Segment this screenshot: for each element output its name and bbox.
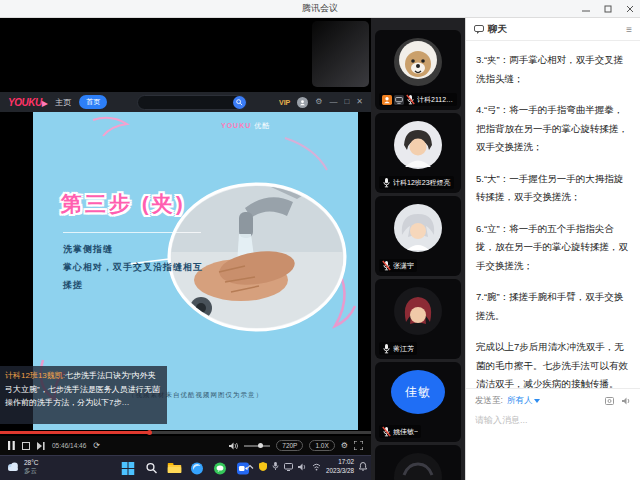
participant-tile[interactable]: 蒋江芳	[375, 279, 461, 359]
youku-home-tab[interactable]: 首页	[79, 95, 107, 109]
volume-tray-icon[interactable]	[298, 463, 307, 471]
participant-name: 计科2112张源鑫..	[417, 95, 454, 105]
stop-button[interactable]	[22, 442, 30, 450]
window-title: 腾讯会议	[0, 2, 640, 15]
screenshot-icon[interactable]	[605, 396, 615, 406]
player-settings-icon[interactable]: ⚙	[341, 442, 348, 450]
chat-message: 7.“腕”：揉搓手腕和手臂，双手交换搓洗。	[476, 288, 630, 325]
chat-header: 聊天 ≡	[466, 18, 640, 41]
caption-overlay: 计科12班13魏凯:七步洗手法口诀为“内外夹弓大立腕”，七步洗手法是医务人员进行…	[0, 366, 167, 424]
chat-menu-icon[interactable]: ≡	[626, 24, 632, 35]
chat-bubble-icon	[474, 25, 484, 34]
security-tray-icon[interactable]	[259, 462, 267, 471]
youku-toolbar: YOUKU▶ 主页 首页 VIP ⚙ — □ ✕	[0, 92, 371, 112]
taskbar-clock[interactable]: 17:02 2023/3/28	[326, 458, 354, 475]
play-icon: ▶	[42, 99, 48, 108]
notification-bell-icon[interactable]	[359, 462, 367, 471]
avatar	[394, 453, 442, 480]
chat-message: 6.“立”：将一手的五个手指指尖合拢，放在另一手的掌心旋转揉搓，双手交换搓洗；	[476, 220, 630, 276]
slide-divider	[63, 232, 201, 233]
slide-text-line: 掌心相对，双手交叉沿指缝相互	[63, 261, 203, 274]
cloud-icon	[6, 461, 20, 473]
next-button[interactable]	[37, 442, 45, 450]
windows-taskbar: 28°C多云 17:02 2023/3/28	[0, 455, 371, 480]
loop-icon[interactable]: ⟳	[93, 442, 100, 450]
settings-icon[interactable]: ⚙	[315, 98, 322, 106]
participant-label: 蒋江芳	[379, 342, 417, 355]
volume-slider[interactable]	[244, 445, 270, 447]
slide-text-line: 揉搓	[63, 279, 83, 292]
mic-tray-icon[interactable]	[272, 462, 279, 471]
start-button[interactable]	[120, 460, 136, 476]
slide-text-line: 洗掌侧指缝	[63, 243, 113, 256]
minimize-icon[interactable]	[580, 3, 592, 15]
speed-button[interactable]: 1.0X	[309, 440, 334, 451]
search-icon[interactable]	[233, 96, 246, 109]
avatar	[394, 204, 442, 252]
youku-home-link[interactable]: 主页	[55, 97, 71, 108]
participant-tile[interactable]: 计科12班23程煜亮	[375, 113, 461, 193]
screen-share-icon	[394, 95, 404, 105]
edge-browser-icon[interactable]	[189, 460, 205, 476]
avatar	[394, 287, 442, 335]
youku-watermark: YOUKU 优酷	[221, 121, 270, 131]
pause-button[interactable]	[8, 441, 15, 450]
participant-tile[interactable]: 张潇宇	[375, 196, 461, 276]
wechat-icon[interactable]	[212, 460, 228, 476]
weather-temp: 28°C	[24, 459, 39, 467]
mic-icon	[382, 343, 391, 354]
chat-footer: 发送至: 所有人	[466, 388, 640, 480]
time-display: 05:46/14:46	[52, 442, 86, 449]
app-maximize-icon[interactable]: □	[344, 98, 349, 106]
player-controls: 05:46/14:46 ⟳ 720P 1.0X ⚙	[0, 436, 371, 455]
chat-message: 3.“夹”：两手掌心相对，双手交叉搓洗指头缝；	[476, 51, 630, 88]
close-icon[interactable]	[624, 3, 636, 15]
chat-message: 4.“弓”：将一手的手指弯曲半握拳，把指背放在另一手的掌心旋转揉搓，双手交换搓洗…	[476, 101, 630, 157]
send-to-dropdown[interactable]: 所有人	[507, 395, 541, 407]
participant-tile[interactable]: 佳敏姚佳敏~	[375, 362, 461, 442]
maximize-icon[interactable]	[602, 3, 614, 15]
volume-icon[interactable]	[229, 442, 238, 450]
mic-muted-icon	[382, 426, 391, 437]
tray-expand-icon[interactable]	[246, 464, 254, 470]
participant-strip: 计科2112张源鑫..计科12班23程煜亮张潇宇蒋江芳佳敏姚佳敏~	[371, 18, 465, 480]
app-close-icon[interactable]: ✕	[356, 98, 363, 106]
file-explorer-icon[interactable]	[166, 460, 182, 476]
audio-icon[interactable]	[621, 396, 631, 406]
screen-share-view: YOUKU▶ 主页 首页 VIP ⚙ — □ ✕	[0, 18, 371, 455]
mic-muted-icon	[382, 260, 391, 271]
chat-input[interactable]	[466, 407, 640, 433]
participant-label: 计科12班23程煜亮	[379, 176, 454, 189]
network-tray-icon[interactable]	[312, 463, 321, 471]
chat-title: 聊天	[488, 23, 507, 36]
participant-name: 计科12班23程煜亮	[393, 178, 451, 188]
quality-button[interactable]: 720P	[276, 440, 303, 451]
participant-label: 姚佳敏~	[379, 425, 421, 438]
youku-logo[interactable]: YOUKU▶	[8, 97, 47, 108]
progress-bar[interactable]	[0, 431, 371, 434]
avatar	[394, 38, 442, 86]
youku-search-input[interactable]	[137, 95, 247, 110]
vip-button[interactable]: VIP	[279, 99, 290, 106]
meeting-app: 腾讯会议 YOUKU▶ 主页 首页 VIP ⚙ — □	[0, 0, 640, 480]
participant-tile[interactable]: 计科2112张源鑫..	[375, 30, 461, 110]
participant-tile[interactable]	[375, 445, 461, 480]
chat-message: 5.“大”：一手握住另一手的大拇指旋转揉搓，双手交换搓洗；	[476, 170, 630, 207]
participant-label: 计科2112张源鑫..	[379, 93, 457, 106]
mic-icon	[382, 177, 391, 188]
avatar	[394, 121, 442, 169]
weather-widget[interactable]: 28°C多云	[6, 459, 39, 476]
chevron-down-icon	[534, 399, 540, 403]
chat-messages: 3.“夹”：两手掌心相对，双手交叉搓洗指头缝；4.“弓”：将一手的手指弯曲半握拳…	[466, 41, 640, 388]
clock-time: 17:02	[326, 458, 354, 467]
progress-knob[interactable]	[147, 430, 152, 435]
app-minimize-icon[interactable]: —	[329, 98, 337, 106]
fullscreen-icon[interactable]	[354, 441, 363, 450]
floating-window[interactable]	[312, 21, 369, 87]
chat-panel: 聊天 ≡ 3.“夹”：两手掌心相对，双手交叉搓洗指头缝；4.“弓”：将一手的手指…	[465, 18, 640, 480]
search-taskbar-icon[interactable]	[143, 460, 159, 476]
user-avatar-icon[interactable]	[297, 97, 308, 108]
display-tray-icon[interactable]	[284, 463, 293, 471]
avatar: 佳敏	[391, 370, 445, 414]
presenter-badge-icon	[382, 95, 392, 105]
